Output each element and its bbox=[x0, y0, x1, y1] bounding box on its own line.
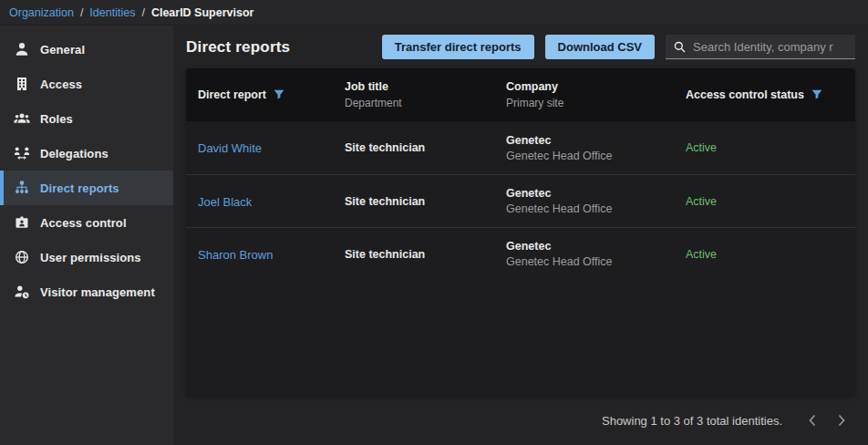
sidebar-item-label: Access control bbox=[40, 216, 127, 230]
content-header: Direct reports Transfer direct reports D… bbox=[186, 26, 855, 68]
company-cell: Genetec Genetec Head Office bbox=[506, 240, 686, 268]
groups-icon bbox=[14, 110, 30, 127]
badge-icon bbox=[14, 214, 30, 231]
page-title: Direct reports bbox=[186, 38, 382, 57]
sidebar-item-label: Delegations bbox=[40, 147, 108, 160]
company-cell: Genetec Genetec Head Office bbox=[506, 187, 686, 215]
sidebar-item-delegations[interactable]: Delegations bbox=[0, 136, 173, 171]
breadcrumb-current-page: ClearID Supervisor bbox=[151, 6, 254, 19]
sidebar-item-roles[interactable]: Roles bbox=[0, 101, 173, 136]
globe-icon bbox=[14, 249, 30, 265]
primary-site: Genetec Head Office bbox=[506, 150, 686, 162]
sidebar-item-direct-reports[interactable]: Direct reports bbox=[0, 171, 173, 205]
filter-icon[interactable] bbox=[274, 89, 284, 100]
company-name: Genetec bbox=[506, 240, 686, 253]
table-body: David White Site technician Genetec Gene… bbox=[186, 121, 855, 280]
pagination-next-button[interactable] bbox=[830, 409, 853, 432]
column-header-label: Access control status bbox=[686, 88, 804, 101]
direct-report-cell: Joel Black bbox=[198, 193, 345, 210]
chevron-left-icon bbox=[808, 414, 817, 427]
building-icon bbox=[14, 76, 30, 92]
column-subheader-label: Department bbox=[345, 97, 506, 109]
pagination-summary: Showing 1 to 3 of 3 total identities. bbox=[602, 414, 782, 428]
sidebar-item-label: General bbox=[40, 43, 85, 57]
primary-site: Genetec Head Office bbox=[506, 202, 686, 215]
identity-link[interactable]: David White bbox=[198, 141, 262, 155]
search-input[interactable] bbox=[693, 40, 848, 54]
breadcrumb-separator: / bbox=[141, 6, 144, 19]
column-header-access-control-status: Access control status bbox=[686, 88, 855, 101]
visitor-clock-icon bbox=[14, 284, 30, 300]
status-badge: Active bbox=[686, 248, 855, 261]
sidebar-item-label: Direct reports bbox=[40, 181, 119, 195]
sidebar-item-access[interactable]: Access bbox=[0, 67, 173, 101]
search-box[interactable] bbox=[666, 35, 855, 59]
sidebar-item-user-permissions[interactable]: User permissions bbox=[0, 240, 173, 274]
sidebar-item-label: User permissions bbox=[40, 251, 141, 264]
app-window: Organization / Identities / ClearID Supe… bbox=[0, 0, 868, 445]
breadcrumb-link-identities[interactable]: Identities bbox=[89, 6, 135, 19]
primary-site: Genetec Head Office bbox=[506, 255, 686, 268]
sidebar-item-label: Access bbox=[40, 78, 82, 91]
filter-icon[interactable] bbox=[811, 89, 822, 100]
chevron-right-icon bbox=[837, 414, 846, 427]
job-title-cell: Site technician bbox=[345, 195, 506, 208]
search-icon bbox=[673, 40, 687, 54]
table-row[interactable]: David White Site technician Genetec Gene… bbox=[186, 121, 855, 174]
column-header-label: Job title bbox=[345, 80, 388, 93]
job-title-cell: Site technician bbox=[345, 248, 506, 261]
person-icon bbox=[14, 41, 30, 57]
sidebar-item-general[interactable]: General bbox=[0, 32, 173, 67]
sidebar-item-access-control[interactable]: Access control bbox=[0, 205, 173, 240]
identity-link[interactable]: Sharon Brown bbox=[198, 248, 273, 262]
column-header-company: Company Primary site bbox=[506, 80, 686, 109]
company-name: Genetec bbox=[506, 187, 686, 200]
table-header-row: Direct report Job title Department Compa… bbox=[186, 68, 855, 121]
column-header-job-title: Job title Department bbox=[345, 80, 506, 109]
transfer-direct-reports-button[interactable]: Transfer direct reports bbox=[382, 35, 534, 59]
pagination-prev-button[interactable] bbox=[801, 409, 824, 432]
status-badge: Active bbox=[686, 141, 855, 154]
column-header-label: Direct report bbox=[198, 88, 266, 101]
column-subheader-label: Primary site bbox=[506, 97, 686, 109]
main-content: Direct reports Transfer direct reports D… bbox=[173, 26, 868, 445]
pagination-bar: Showing 1 to 3 of 3 total identities. bbox=[186, 396, 855, 445]
direct-report-cell: David White bbox=[198, 140, 345, 156]
sidebar-item-label: Visitor management bbox=[40, 285, 155, 299]
status-badge: Active bbox=[686, 195, 855, 208]
identity-link[interactable]: Joel Black bbox=[198, 195, 252, 209]
sidebar-item-label: Roles bbox=[40, 112, 73, 126]
breadcrumb: Organization / Identities / ClearID Supe… bbox=[0, 0, 868, 26]
direct-reports-table: Direct report Job title Department Compa… bbox=[186, 68, 855, 396]
company-cell: Genetec Genetec Head Office bbox=[506, 134, 686, 162]
org-chart-icon bbox=[14, 180, 30, 196]
job-title-cell: Site technician bbox=[345, 141, 506, 154]
breadcrumb-separator: / bbox=[80, 6, 83, 19]
download-csv-button[interactable]: Download CSV bbox=[545, 35, 655, 59]
table-row[interactable]: Joel Black Site technician Genetec Genet… bbox=[186, 174, 855, 227]
column-header-direct-report: Direct report bbox=[198, 88, 345, 101]
breadcrumb-link-organization[interactable]: Organization bbox=[9, 6, 74, 19]
direct-report-cell: Sharon Brown bbox=[198, 246, 345, 263]
table-row[interactable]: Sharon Brown Site technician Genetec Gen… bbox=[186, 227, 855, 280]
company-name: Genetec bbox=[506, 134, 686, 147]
sidebar-item-visitor-management[interactable]: Visitor management bbox=[0, 274, 173, 309]
delegations-icon bbox=[14, 145, 30, 161]
sidebar: General Access Roles Delegations bbox=[0, 26, 173, 445]
column-header-label: Company bbox=[506, 80, 558, 93]
